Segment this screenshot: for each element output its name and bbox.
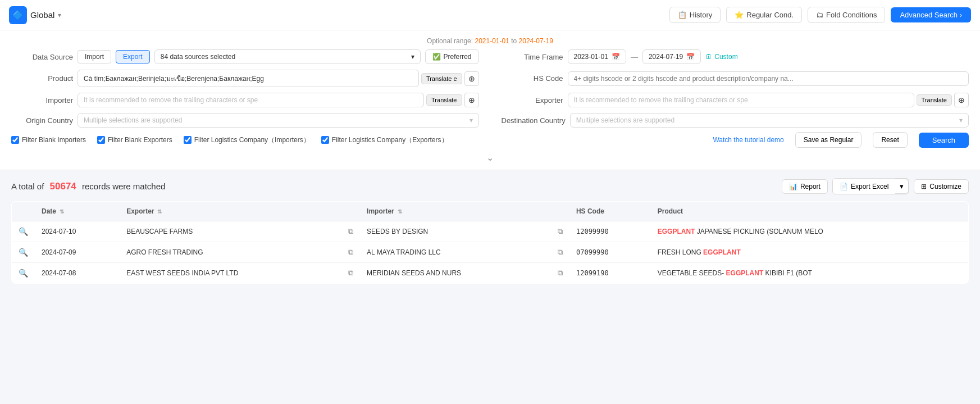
filter-blank-exporters-label: Filter Blank Exporters [108, 136, 172, 144]
customize-button[interactable]: ⊞ Customize [914, 179, 969, 194]
importer-control: It is recommended to remove the trailing… [78, 93, 479, 107]
preferred-label: Preferred [443, 53, 471, 61]
results-number: 50674 [50, 181, 76, 192]
row-importer-copy-3[interactable]: ⧉ [558, 269, 563, 277]
product-row: Product Cà tím;Баклажан;Berinjela;มะเขือ… [11, 70, 479, 87]
time-frame-control: 2023-01-01 📅 — 2024-07-19 📅 🗓 Custom [568, 49, 969, 64]
reset-button[interactable]: Reset [873, 132, 907, 148]
product-label: Product [11, 74, 73, 83]
row-search-icon-2[interactable]: 🔍 [19, 248, 28, 257]
row-importer-3: MERIDIAN SEEDS AND NURS [360, 263, 551, 284]
destination-country-label: Destination Country [502, 116, 566, 125]
destination-chevron-icon: ▾ [959, 116, 963, 124]
preferred-button[interactable]: ✅ Preferred [425, 49, 478, 64]
top-navigation: 🔷 Global ▾ 📋 History ⭐ Regular Cond. 🗂 F… [0, 0, 980, 30]
row-date-3: 2024-07-08 [35, 263, 120, 284]
filter-blank-exporters[interactable]: Filter Blank Exporters [97, 136, 172, 144]
row-search-icon-1[interactable]: 🔍 [19, 227, 28, 236]
fold-icon: 🗂 [816, 11, 823, 19]
row-hs-code-1: 12099990 [569, 221, 651, 242]
search-button[interactable]: Search [919, 133, 969, 148]
export-excel-group: 📄 Export Excel ▾ [832, 178, 909, 194]
date-separator: — [631, 53, 638, 61]
end-date-value: 2024-07-19 [649, 53, 683, 61]
exporter-input[interactable]: It is recommended to remove the trailing… [568, 93, 914, 107]
exporter-options-icon[interactable]: ⊕ [954, 93, 969, 107]
translate-button[interactable]: Translate e [421, 73, 462, 84]
th-importer[interactable]: Importer⇅ [360, 202, 551, 221]
exporter-placeholder: It is recommended to remove the trailing… [574, 96, 908, 104]
filter-logistics-exporters[interactable]: Filter Logistics Company（Exporters） [321, 135, 448, 145]
form-grid: Data Source Import Export 84 data source… [11, 49, 969, 128]
data-source-control: Import Export 84 data sources selected ▾… [78, 49, 479, 64]
filter-blank-importers[interactable]: Filter Blank Importers [11, 136, 86, 144]
history-button[interactable]: 📋 History [669, 7, 721, 23]
row-exporter-copy-2[interactable]: ⧉ [348, 248, 353, 256]
optional-range: Optional range: 2021-01-01 to 2024-07-19 [11, 37, 969, 45]
origin-country-row: Origin Country Multiple selections are s… [11, 113, 479, 128]
hs-code-input[interactable] [574, 75, 963, 83]
save-as-regular-button[interactable]: Save as Regular [795, 132, 862, 148]
end-date-input[interactable]: 2024-07-19 📅 [642, 49, 701, 64]
row-search-icon-3[interactable]: 🔍 [19, 269, 28, 278]
filter-blank-importers-label: Filter Blank Importers [22, 136, 86, 144]
import-tab[interactable]: Import [78, 50, 111, 63]
results-table: Date⇅ Exporter⇅ Importer⇅ HS Code Produc… [11, 201, 969, 284]
row-importer-copy-1[interactable]: ⧉ [558, 227, 563, 235]
product-input[interactable]: Cà tím;Баклажан;Berinjela;มะเขือ;Berenje… [78, 70, 419, 87]
filter-logistics-importers[interactable]: Filter Logistics Company（Importers） [184, 135, 310, 145]
export-excel-dropdown[interactable]: ▾ [895, 179, 909, 194]
global-label: Global [30, 10, 54, 20]
data-sources-select[interactable]: 84 data sources selected ▾ [154, 49, 421, 64]
data-source-row: Data Source Import Export 84 data source… [11, 49, 479, 64]
advanced-search-button[interactable]: Advanced Search › [891, 7, 971, 22]
row-exporter-copy-3[interactable]: ⧉ [348, 269, 353, 277]
origin-country-select[interactable]: Multiple selections are supported ▾ [78, 113, 479, 128]
row-exporter-3: EAST WEST SEEDS INDIA PVT LTD [120, 263, 341, 284]
filter-logistics-importers-checkbox[interactable] [184, 136, 192, 144]
global-chevron-icon[interactable]: ▾ [58, 11, 61, 19]
regular-cond-button[interactable]: ⭐ Regular Cond. [726, 7, 802, 23]
exporter-row: Exporter It is recommended to remove the… [502, 93, 969, 107]
timeframe-row: 2023-01-01 📅 — 2024-07-19 📅 🗓 Custom [568, 49, 969, 64]
custom-button[interactable]: 🗓 Custom [705, 53, 737, 61]
th-exporter[interactable]: Exporter⇅ [120, 202, 341, 221]
start-date-input[interactable]: 2023-01-01 📅 [568, 49, 626, 64]
datasource-row: Import Export 84 data sources selected ▾… [78, 49, 479, 64]
destination-country-select[interactable]: Multiple selections are supported ▾ [570, 113, 969, 128]
report-button[interactable]: 📊 Report [782, 179, 828, 194]
importer-input[interactable]: It is recommended to remove the trailing… [78, 93, 424, 107]
row-importer-copy-2[interactable]: ⧉ [558, 248, 563, 256]
exporter-sort-icon: ⇅ [157, 208, 162, 215]
table-body: 🔍 2024-07-10 BEAUSCAPE FARMS ⧉ SEEDS BY … [12, 221, 969, 284]
row-importer-2: AL MAYA TRADING LLC [360, 242, 551, 263]
importer-options-icon[interactable]: ⊕ [464, 93, 479, 107]
calendar-end-icon: 📅 [686, 53, 695, 61]
exporter-translate-button[interactable]: Translate [917, 94, 952, 106]
fold-conditions-label: Fold Conditions [826, 11, 877, 19]
product-options-icon[interactable]: ⊕ [464, 71, 479, 86]
tutorial-link[interactable]: Watch the tutorial demo [713, 136, 783, 144]
th-date[interactable]: Date⇅ [35, 202, 120, 221]
importer-translate-button[interactable]: Translate [426, 94, 462, 106]
report-label: Report [800, 183, 821, 190]
fold-conditions-button[interactable]: 🗂 Fold Conditions [808, 7, 885, 23]
collapse-icon[interactable]: ⌄ [486, 152, 494, 163]
filter-row: Filter Blank Importers Filter Blank Expo… [11, 128, 969, 150]
time-frame-label: Time Frame [502, 53, 563, 61]
importer-sort-icon: ⇅ [398, 208, 402, 215]
filter-logistics-exporters-checkbox[interactable] [321, 136, 329, 144]
nav-left: 🔷 Global ▾ [9, 6, 61, 24]
export-excel-button[interactable]: 📄 Export Excel [833, 179, 895, 194]
table-row: 🔍 2024-07-08 EAST WEST SEEDS INDIA PVT L… [12, 263, 969, 284]
export-tab[interactable]: Export [116, 50, 150, 63]
date-sort-icon: ⇅ [60, 208, 64, 215]
filter-blank-importers-checkbox[interactable] [11, 136, 19, 144]
row-product-1: EGGPLANT JAPANESE PICKLING (SOLANUM MELO [651, 221, 969, 242]
importer-placeholder: It is recommended to remove the trailing… [84, 96, 418, 104]
results-header: A total of 50674 records were matched 📊 … [11, 178, 969, 194]
importer-label: Importer [11, 96, 73, 105]
row-exporter-copy-1[interactable]: ⧉ [348, 227, 353, 235]
filter-blank-exporters-checkbox[interactable] [97, 136, 105, 144]
exporter-label: Exporter [502, 96, 563, 105]
